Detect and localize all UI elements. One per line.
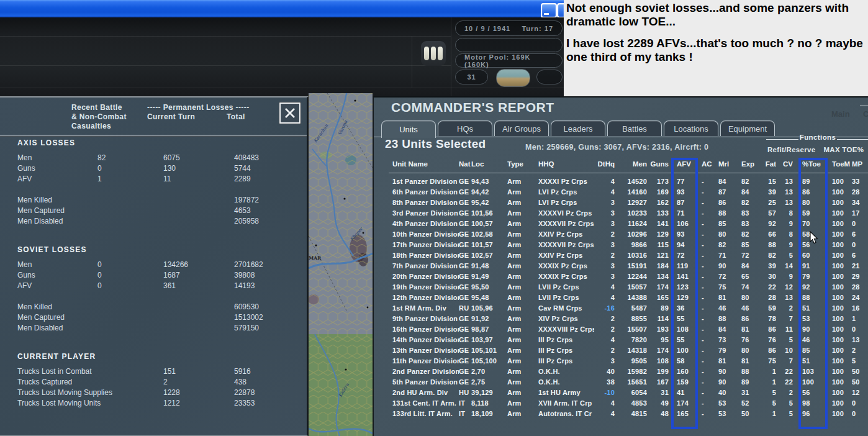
table-row[interactable]: 17th Panzer DivisionGE101,57ArmXXXXVII P…: [374, 240, 868, 250]
minimize-button[interactable]: [541, 3, 557, 18]
table-row[interactable]: 7th Panzer DivisionGE91,48ArmXXXIX Pz Cr…: [374, 261, 868, 271]
terrain-preview-button[interactable]: [496, 69, 530, 87]
table-row[interactable]: 13th Panzer DivisionGE105,101ArmIII Pz C…: [374, 345, 868, 356]
map-strip[interactable]: Karachan Vorona Khoper Kalitva MAR: [309, 93, 373, 436]
table-cell: 82: [741, 229, 764, 240]
column-header[interactable]: Loc: [471, 160, 507, 168]
nav-cut-link[interactable]: Cu: [863, 109, 868, 119]
table-row[interactable]: 9th Panzer DivisionGE91,92ArmXIV Pz Crps…: [374, 314, 868, 324]
column-header[interactable]: DtHq: [594, 160, 615, 168]
tab-leaders[interactable]: Leaders: [551, 120, 605, 136]
table-cell: 83: [741, 208, 764, 219]
table-row[interactable]: 11th Panzer DivisionGE105,100ArmIII Pz C…: [374, 356, 868, 366]
column-header[interactable]: AC: [702, 160, 718, 168]
table-row[interactable]: 4th Panzer DivisionGE100,57ArmXXXXVII Pz…: [374, 219, 868, 229]
motor-pool-display: Motor Pool: 169K (160K): [455, 53, 563, 68]
table-cell: -: [702, 324, 718, 335]
column-header[interactable]: Exp: [741, 160, 764, 168]
table-cell: -: [702, 176, 718, 187]
losses-total-value: 197872: [234, 196, 259, 204]
table-cell: 9th Panzer Division: [392, 314, 459, 324]
column-header[interactable]: Fat: [764, 160, 776, 168]
table-cell: GE: [459, 366, 471, 377]
column-header[interactable]: Type: [507, 160, 538, 168]
table-cell: Arm: [507, 208, 538, 219]
table-cell: GE: [459, 240, 471, 250]
table-cell: 114: [647, 314, 669, 324]
table-row[interactable]: 133rd Litt. IT Arm.IT18,109ArmAutotrans.…: [374, 409, 868, 419]
losses-section-title: AXIS LOSSES: [0, 139, 307, 153]
column-header[interactable]: CV: [776, 160, 793, 168]
table-cell: 9866: [615, 240, 647, 250]
losses-total-value: 609530: [234, 302, 259, 311]
tab-hqs[interactable]: HQs: [438, 120, 492, 136]
refit-reserve-button[interactable]: Refit/Reserve: [767, 146, 815, 153]
table-cell: -: [702, 271, 718, 282]
close-button[interactable]: [279, 102, 301, 124]
table-cell: 6: [851, 229, 868, 240]
table-cell: 108: [647, 356, 669, 366]
functions-label: Functions: [798, 134, 838, 141]
table-row[interactable]: 12th Panzer DivisionGE95,48ArmLVII Pz Cr…: [374, 293, 868, 303]
table-cell: 95: [647, 335, 669, 345]
losses-recent-value: 0: [97, 164, 102, 173]
table-cell: Arm: [507, 356, 538, 366]
tab-battles[interactable]: Battles: [607, 120, 662, 136]
table-cell: 14318: [615, 345, 647, 356]
table-row[interactable]: 6th Panzer DivisionGE94,42ArmLVI Pz Crps…: [374, 187, 868, 198]
table-row[interactable]: 20th Panzer DivisionGE91,49ArmXXXIX Pz C…: [374, 271, 868, 282]
table-row[interactable]: 10th Panzer DivisionGE102,58ArmXXIV Pz C…: [374, 229, 868, 240]
losses-total-header: Total: [227, 112, 245, 121]
column-header[interactable]: MP: [851, 160, 868, 168]
table-row[interactable]: 14th Panzer DivisionGE103,97ArmIII Pz Cr…: [374, 335, 868, 345]
column-header[interactable]: HHQ: [538, 160, 594, 168]
table-cell: 48: [647, 409, 669, 419]
nav-main-link[interactable]: Main: [831, 109, 850, 119]
column-header[interactable]: Guns: [647, 160, 669, 168]
table-cell: XXXXVIII Pz Crps: [538, 324, 594, 335]
table-cell: 2: [594, 345, 615, 356]
table-cell: 165: [647, 293, 669, 303]
table-row[interactable]: 19th Panzer DivisionGE95,50ArmLVII Pz Cr…: [374, 282, 868, 293]
table-row[interactable]: 3rd Panzer DivisionGE101,56ArmXXXXVI Pz …: [374, 208, 868, 219]
toolbar-divider: [0, 88, 564, 88]
table-row[interactable]: 1st Panzer DivisionGE94,43ArmXXXXI Pz Cr…: [374, 176, 868, 187]
column-header[interactable]: Men: [615, 160, 647, 168]
table-cell: -: [702, 388, 718, 398]
table-cell: 10: [776, 345, 793, 356]
table-row[interactable]: 2nd HU Arm. DivHU39,129Arm1st HU Army-10…: [374, 388, 868, 398]
table-cell: 105,96: [471, 303, 507, 314]
table-cell: XVII Arm. IT Crp: [538, 398, 594, 409]
table-row[interactable]: 1st RM Arm. DivRU105,96ArmCav RM Crps-16…: [374, 303, 868, 314]
tab-air-groups[interactable]: Air Groups: [494, 120, 549, 136]
table-cell: Arm: [507, 198, 538, 208]
table-cell: 57: [764, 208, 776, 219]
column-header[interactable]: Nat: [459, 160, 471, 168]
losses-row: Men Killed609530: [0, 302, 307, 313]
hex-map: Karachan Vorona Khoper Kalitva MAR: [309, 93, 373, 436]
max-toe-button[interactable]: MAX TOE%: [823, 146, 864, 153]
table-cell: 2: [776, 388, 793, 398]
toolbar-divider: [451, 17, 451, 98]
table-cell: III Pz Crps: [538, 356, 594, 366]
column-header[interactable]: Unit Name: [392, 160, 459, 168]
table-row[interactable]: 16th Panzer DivisionGE98,87ArmXXXXVIII P…: [374, 324, 868, 335]
table-row[interactable]: 8th Panzer DivisionGE95,42ArmLVI Pz Crps…: [374, 198, 868, 208]
supply-barrels-icon[interactable]: [421, 41, 446, 66]
table-row[interactable]: 2nd Panzer DivisionGE2,70ArmO.K.H.401598…: [374, 366, 868, 377]
table-row[interactable]: 5th Panzer DivisionGE2,75ArmO.K.H.381565…: [374, 377, 868, 388]
table-row[interactable]: 131st Cent. IT Arm.IT8,118ArmXVII Arm. I…: [374, 398, 868, 409]
table-cell: 2: [594, 250, 615, 261]
table-cell: 81: [718, 356, 741, 366]
table-cell: -: [702, 250, 718, 261]
window-button-partial[interactable]: [557, 3, 564, 18]
losses-row: Men Captured4653: [0, 206, 307, 217]
tab-equipment[interactable]: Equipment: [720, 120, 775, 136]
tab-units[interactable]: Units: [381, 120, 436, 138]
column-header[interactable]: Mrl: [718, 160, 741, 168]
table-cell: 199: [647, 366, 669, 377]
losses-current-turn-value: 1228: [163, 388, 180, 397]
table-row[interactable]: 18th Panzer DivisionGE102,57ArmXXIV Pz C…: [374, 250, 868, 261]
tab-locations[interactable]: Locations: [664, 120, 718, 136]
table-cell: 14th Panzer Division: [392, 335, 459, 345]
